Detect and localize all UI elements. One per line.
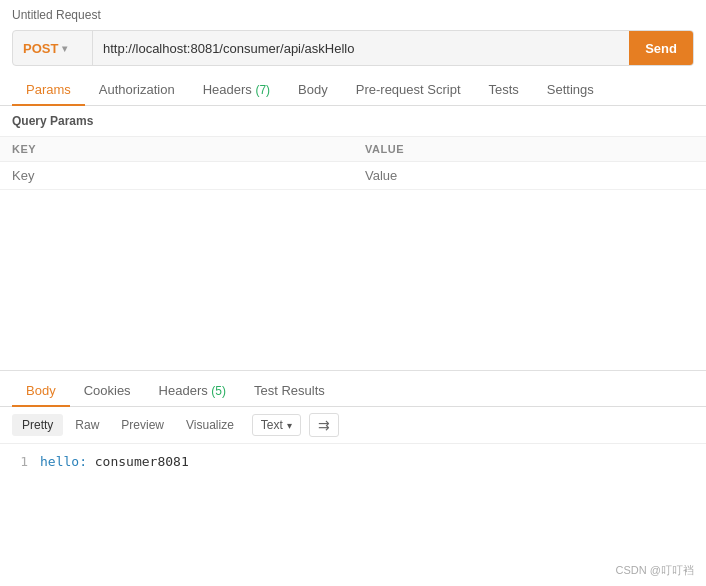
resp-tab-cookies[interactable]: Cookies — [70, 375, 145, 406]
url-input[interactable] — [93, 41, 629, 56]
fmt-raw[interactable]: Raw — [65, 414, 109, 436]
format-select-chevron-icon: ▾ — [287, 420, 292, 431]
tab-authorization[interactable]: Authorization — [85, 74, 189, 105]
send-button[interactable]: Send — [629, 31, 693, 65]
table-row — [0, 162, 706, 190]
resp-tab-headers[interactable]: Headers (5) — [145, 375, 240, 406]
response-tabs: Body Cookies Headers (5) Test Results — [0, 375, 706, 407]
content-spacer — [0, 190, 706, 370]
tab-tests[interactable]: Tests — [475, 74, 533, 105]
headers-badge: (7) — [255, 83, 270, 97]
resp-headers-badge: (5) — [211, 384, 226, 398]
format-bar: Pretty Raw Preview Visualize Text ▾ ⇉ — [0, 407, 706, 444]
code-area: 1 hello: consumer8081 — [0, 444, 706, 481]
line-number: 1 — [12, 452, 28, 473]
format-type-select[interactable]: Text ▾ — [252, 414, 301, 436]
key-cell[interactable] — [0, 162, 353, 190]
format-type-label: Text — [261, 418, 283, 432]
tab-body[interactable]: Body — [284, 74, 342, 105]
query-params-label: Query Params — [0, 106, 706, 136]
request-tabs: Params Authorization Headers (7) Body Pr… — [0, 74, 706, 106]
fmt-visualize[interactable]: Visualize — [176, 414, 244, 436]
method-label: POST — [23, 41, 58, 56]
tab-headers[interactable]: Headers (7) — [189, 74, 284, 105]
method-select[interactable]: POST ▾ — [13, 31, 93, 65]
tab-params[interactable]: Params — [12, 74, 85, 105]
code-value: consumer8081 — [87, 454, 189, 469]
value-column-header: VALUE — [353, 137, 706, 162]
resp-tab-body[interactable]: Body — [12, 375, 70, 406]
params-table: KEY VALUE — [0, 136, 706, 190]
page-title: Untitled Request — [0, 0, 706, 26]
section-divider — [0, 370, 706, 371]
wrap-icon: ⇉ — [318, 417, 330, 433]
fmt-preview[interactable]: Preview — [111, 414, 174, 436]
response-section: Body Cookies Headers (5) Test Results Pr… — [0, 375, 706, 481]
key-input[interactable] — [12, 168, 341, 183]
key-column-header: KEY — [0, 137, 353, 162]
code-line: hello: consumer8081 — [40, 452, 189, 473]
watermark: CSDN @叮叮裆 — [616, 563, 694, 578]
code-key: hello: — [40, 454, 87, 469]
fmt-pretty[interactable]: Pretty — [12, 414, 63, 436]
tab-pre-request[interactable]: Pre-request Script — [342, 74, 475, 105]
tab-settings[interactable]: Settings — [533, 74, 608, 105]
method-chevron-icon: ▾ — [62, 43, 67, 54]
wrap-button[interactable]: ⇉ — [309, 413, 339, 437]
resp-tab-test-results[interactable]: Test Results — [240, 375, 339, 406]
value-input[interactable] — [365, 168, 694, 183]
value-cell[interactable] — [353, 162, 706, 190]
url-bar: POST ▾ Send — [12, 30, 694, 66]
